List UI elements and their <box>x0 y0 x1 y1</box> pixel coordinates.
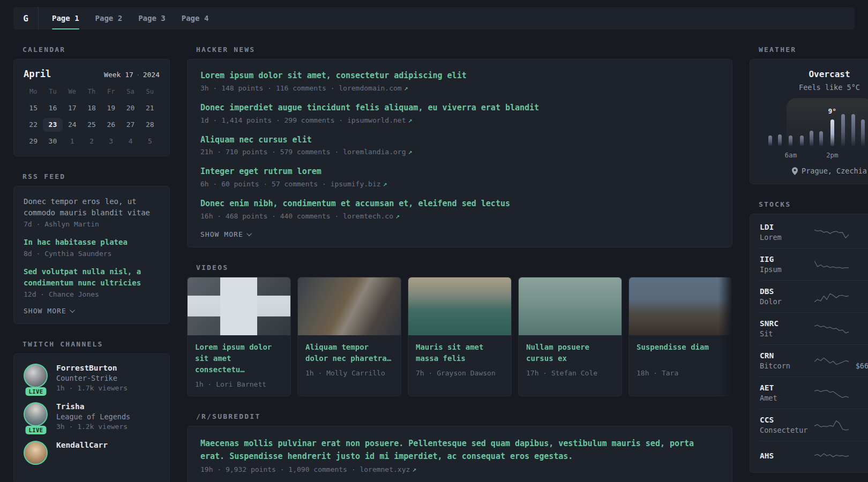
calendar-section-title: CALENDAR <box>23 46 170 54</box>
tab-page-3[interactable]: Page 3 <box>131 7 173 29</box>
calendar-day[interactable]: 1 <box>63 134 82 148</box>
twitch-widget: TWITCH CHANNELS LIVE ForrestBurton Count… <box>13 340 170 482</box>
tab-page-1[interactable]: Page 1 <box>45 7 86 29</box>
stock-name: Sit <box>760 329 814 338</box>
stock-row[interactable]: SNRCSit +1.36%$148.64 <box>760 313 868 345</box>
stock-row[interactable]: DBSDolor +1.42%$156.28 <box>760 281 868 313</box>
stock-change: +1.36% <box>849 319 868 328</box>
weather-location-label: Prague, Czechia <box>802 167 867 175</box>
rss-item[interactable]: In hac habitasse platea 8d · Cynthia Sau… <box>24 237 160 258</box>
calendar-header: April Week 17·2024 <box>24 69 160 79</box>
calendar-day[interactable]: 4 <box>121 134 140 148</box>
calendar-day[interactable]: 23 <box>43 118 62 132</box>
video-thumbnail[interactable] <box>629 277 732 335</box>
video-thumbnail[interactable] <box>408 277 511 335</box>
external-link-icon: ↗ <box>395 212 400 220</box>
weather-bar <box>819 131 823 146</box>
videos-section-title: VIDEOS <box>196 263 732 272</box>
app-logo[interactable]: G <box>13 7 39 29</box>
weather-bar <box>789 135 792 146</box>
hackernews-item[interactable]: Donec enim nibh, condimentum et accumsan… <box>200 198 719 220</box>
channel-game: League of Legends <box>56 412 130 421</box>
video-card[interactable]: Suspendisse diam 18h · Tara <box>628 277 732 396</box>
twitch-channel[interactable]: KendallCarr <box>24 441 160 465</box>
calendar-day[interactable]: 28 <box>140 118 160 132</box>
hackernews-item[interactable]: Donec imperdiet augue tincidunt felis al… <box>200 102 719 124</box>
stock-change: +1.42% <box>849 287 868 296</box>
calendar-day[interactable]: 2 <box>82 134 101 148</box>
stock-row[interactable]: IIGIpsum +2.84%$42.04 <box>760 248 868 281</box>
rss-item[interactable]: Donec tempor eros leo, ut commodo mauris… <box>24 196 160 228</box>
video-card[interactable]: Mauris sit amet massa felis 7h · Grayson… <box>408 277 512 396</box>
video-thumbnail[interactable] <box>188 277 290 335</box>
video-card[interactable]: Lorem ipsum dolor sit amet consectetu… 1… <box>187 277 291 396</box>
calendar-day[interactable]: 16 <box>43 101 62 115</box>
calendar-day[interactable]: 18 <box>82 101 101 115</box>
middle-column: HACKER NEWS Lorem ipsum dolor sit amet, … <box>187 46 732 482</box>
subreddit-post[interactable]: Maecenas mollis pulvinar erat non posuer… <box>200 437 719 473</box>
tab-page-2[interactable]: Page 2 <box>88 7 130 29</box>
video-card[interactable]: Aliquam tempor dolor nec pharetra… 1h · … <box>297 277 401 396</box>
calendar-day[interactable]: 25 <box>82 118 101 132</box>
calendar-day[interactable]: 24 <box>63 118 82 132</box>
tab-page-4[interactable]: Page 4 <box>175 7 216 29</box>
weather-hour-column <box>797 114 806 159</box>
stock-row[interactable]: LDILorem +4.35%$795.18 <box>760 216 868 248</box>
calendar-day[interactable]: 20 <box>121 101 140 115</box>
calendar-day[interactable]: 5 <box>140 134 160 148</box>
calendar-day[interactable]: 22 <box>24 118 43 132</box>
twitch-card: LIVE ForrestBurton Counter-Strike 1h · 1… <box>13 353 170 482</box>
stock-symbol: DBS <box>760 287 814 296</box>
rss-show-more-button[interactable]: SHOW MORE <box>24 307 160 315</box>
stock-price: $156.28 <box>849 297 868 306</box>
weather-hour-column <box>858 114 867 159</box>
twitch-channel[interactable]: LIVE ForrestBurton Counter-Strike 1h · 1… <box>24 364 160 392</box>
post-title: Maecenas mollis pulvinar erat non posuer… <box>200 437 719 463</box>
calendar-weekday: Mo <box>24 86 43 99</box>
video-title: Mauris sit amet massa felis <box>416 342 504 364</box>
calendar-day[interactable]: 30 <box>43 134 62 148</box>
channel-meta: 1h · 1.7k viewers <box>56 384 128 392</box>
hackernews-show-more-button[interactable]: SHOW MORE <box>200 230 719 238</box>
weather-bar <box>778 134 782 146</box>
subreddit-widget: /R/SUBREDDIT Maecenas mollis pulvinar er… <box>187 412 732 482</box>
stock-symbol: IIG <box>760 255 814 263</box>
post-meta: 19h · 9,932 points · 1,090 comments · lo… <box>200 465 719 473</box>
twitch-channel[interactable]: LIVE Trisha League of Legends 3h · 1.2k … <box>24 402 160 431</box>
calendar-day[interactable]: 19 <box>101 101 121 115</box>
rss-item-meta: 7d · Ashlyn Martin <box>24 220 160 228</box>
video-meta: 1h · Molly Carrillo <box>305 369 393 377</box>
weather-location[interactable]: Prague, Czechia <box>760 167 868 175</box>
stock-change: +4.35% <box>849 223 868 231</box>
story-title: Lorem ipsum dolor sit amet, consectetur … <box>200 70 719 82</box>
weather-hour-column: 9°2pm <box>826 114 839 159</box>
avatar <box>24 441 48 465</box>
calendar-day[interactable]: 26 <box>101 118 121 132</box>
rss-item[interactable]: Sed volutpat nulla nisl, a condimentum n… <box>24 266 160 298</box>
calendar-month: April <box>24 69 51 79</box>
hackernews-item[interactable]: Lorem ipsum dolor sit amet, consectetur … <box>200 70 719 92</box>
calendar-day[interactable]: 3 <box>101 134 121 148</box>
calendar-day[interactable]: 29 <box>24 134 43 148</box>
weather-temp-label: 9° <box>828 107 837 115</box>
stock-row[interactable]: CRNBitcorn -1.00%$66,171.48 <box>760 345 868 377</box>
video-thumbnail[interactable] <box>519 277 622 335</box>
tab-label: Page 1 <box>52 14 79 22</box>
stock-row[interactable]: AETAmet +0.92%$499.72 <box>760 377 868 409</box>
stock-row[interactable]: CCSConsectetur +0.51%$165.84 <box>760 409 868 441</box>
video-card[interactable]: Nullam posuere cursus ex 17h · Stefan Co… <box>518 277 622 396</box>
weather-hour-column: 6am <box>785 114 797 159</box>
calendar-day[interactable]: 27 <box>121 118 140 132</box>
video-thumbnail[interactable] <box>298 277 401 335</box>
hackernews-item[interactable]: Aliquam nec cursus elit 21h · 710 points… <box>200 134 719 156</box>
calendar-day[interactable]: 15 <box>24 101 43 115</box>
story-meta: 6h · 60 points · 57 comments · ipsumify.… <box>200 180 719 188</box>
story-title: Integer eget rutrum lorem <box>200 166 719 178</box>
stock-row[interactable]: AHS +0.46% <box>760 441 868 470</box>
hackernews-section-title: HACKER NEWS <box>196 46 732 54</box>
stock-price: $148.64 <box>849 329 868 338</box>
calendar-day[interactable]: 21 <box>140 101 160 115</box>
chevron-down-icon <box>246 231 252 236</box>
calendar-day[interactable]: 17 <box>63 101 82 115</box>
hackernews-item[interactable]: Integer eget rutrum lorem 6h · 60 points… <box>200 166 719 188</box>
